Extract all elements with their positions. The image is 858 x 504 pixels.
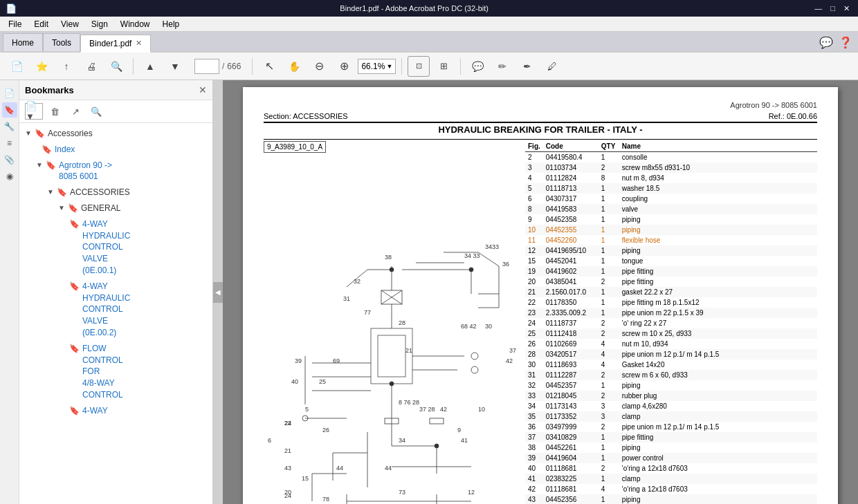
help-icon[interactable]: ❓ xyxy=(839,36,852,49)
bm-toggle-accessories[interactable]: ▼ xyxy=(25,129,32,137)
part-code: 01118693 xyxy=(543,360,599,370)
menu-view[interactable]: View xyxy=(55,18,84,30)
pages-panel-button[interactable]: 📄 xyxy=(2,86,17,101)
part-fig: 21 xyxy=(525,287,543,297)
part-fig: 37 xyxy=(525,432,543,442)
bm-4way-2[interactable]: 🔖 4-WAYHYDRAULICCONTROLVALVE(0E.00.2) xyxy=(19,279,212,341)
pdf-viewer[interactable]: Agrotron 90 -> 8085 6001 Section: ACCESS… xyxy=(223,80,858,504)
tab-tools-label: Tools xyxy=(52,38,71,48)
zoom-value: 66.1% xyxy=(361,62,385,71)
bm-accessories[interactable]: ▼ 🔖 Accessories xyxy=(19,126,212,142)
prev-page-button[interactable]: ▲ xyxy=(139,56,161,77)
menu-edit[interactable]: Edit xyxy=(28,18,54,30)
part-qty: 4 xyxy=(599,349,619,360)
part-name: screw m 10 x 25, d933 xyxy=(619,328,817,339)
part-fig: 2 xyxy=(525,152,543,163)
svg-point-26 xyxy=(390,382,394,386)
select-tool-button[interactable]: ↖ xyxy=(258,56,280,77)
page-number-input[interactable]: 73 xyxy=(194,59,219,74)
part-fig: 41 xyxy=(525,474,543,484)
bm-flow-control[interactable]: 🔖 FLOWCONTROLFOR4/8-WAYCONTROL xyxy=(19,341,212,403)
bookmarks-panel-button[interactable]: 🔖 xyxy=(2,102,17,118)
part-fig: 34 xyxy=(525,401,543,411)
zoom-out-button[interactable]: ⊖ xyxy=(308,56,330,77)
part-name: clamp xyxy=(619,474,817,484)
bm-accessories-sub[interactable]: ▼ 🔖 ACCESSORIES xyxy=(19,185,212,200)
tab-home[interactable]: Home xyxy=(3,33,43,51)
part-code: 04452260 xyxy=(543,235,599,245)
table-row: 4 01112824 8 nut m 8, d934 xyxy=(525,173,817,183)
zoom-in-button[interactable]: ⊕ xyxy=(333,56,355,77)
table-row: 32 04452357 1 piping xyxy=(525,380,817,391)
table-row: 37 03410829 1 pipe fitting xyxy=(525,432,817,442)
part-code: 01103734 xyxy=(543,162,599,173)
part-code: 03497999 xyxy=(543,422,599,432)
part-code: 01173352 xyxy=(543,411,599,422)
highlight-button[interactable]: ✏ xyxy=(491,56,513,77)
comment-button[interactable]: 💬 xyxy=(466,56,489,77)
tab-close-button[interactable]: ✕ xyxy=(136,39,142,48)
section-title: HYDRAULIC BREAKING FOR TRAILER - ITALY - xyxy=(264,124,817,135)
open-button[interactable]: ↑ xyxy=(55,56,77,77)
bm-index[interactable]: 🔖 Index xyxy=(19,142,212,158)
zoom-box[interactable]: 66.1% ▼ xyxy=(358,59,396,74)
part-name: rubber plug xyxy=(619,391,817,401)
sidebar-collapse-button[interactable]: ◀ xyxy=(213,282,223,303)
menu-window[interactable]: Window xyxy=(115,18,156,30)
fit-page-button[interactable]: ⊡ xyxy=(408,56,430,77)
sidebar-delete-button[interactable]: 🗑 xyxy=(46,103,64,120)
bm-icon-4way-partial: 🔖 xyxy=(69,406,80,416)
diagram-id-text: 9_A3989_10_0_A xyxy=(267,143,322,151)
table-row: 15 04452041 1 tongue xyxy=(525,256,817,266)
bm-toggle-accessories-sub[interactable]: ▼ xyxy=(47,188,54,196)
sidebar-shrink-button[interactable]: 🔍 xyxy=(87,103,105,120)
bm-general[interactable]: ▼ 🔖 GENERAL xyxy=(19,200,212,216)
sidebar-new-button[interactable]: 📄▼ xyxy=(25,103,43,120)
tools-panel-button[interactable]: 🔧 xyxy=(2,119,17,134)
next-page-button[interactable]: ▼ xyxy=(164,56,186,77)
table-row: 20 04385041 2 pipe fitting xyxy=(525,277,817,287)
layers-panel-button[interactable]: ≡ xyxy=(2,136,17,151)
bookmark-button[interactable]: ⭐ xyxy=(30,56,53,77)
tab-binder[interactable]: Binder1.pdf ✕ xyxy=(80,35,151,53)
svg-text:15: 15 xyxy=(302,475,309,482)
bm-icon-4way-2: 🔖 xyxy=(69,281,80,291)
bm-label-agrotron: Agrotron 90 ->8085 6001 xyxy=(59,160,112,183)
hand-tool-button[interactable]: ✋ xyxy=(283,56,305,77)
part-fig: 19 xyxy=(525,266,543,277)
menu-sign[interactable]: Sign xyxy=(86,18,113,30)
sidebar-expand-button[interactable]: ↗ xyxy=(66,103,84,120)
tab-tools[interactable]: Tools xyxy=(43,33,80,51)
bm-4way-1[interactable]: 🔖 4-WAYHYDRAULICCONTROLVALVE(0E.00.1) xyxy=(19,216,212,279)
bm-toggle-agrotron[interactable]: ▼ xyxy=(36,161,43,169)
draw-button[interactable]: ✒ xyxy=(516,56,538,77)
table-row: 12 04419695/10 1 piping xyxy=(525,245,817,256)
minimize-button[interactable]: — xyxy=(812,4,825,13)
part-name: piping xyxy=(619,494,817,504)
menu-file[interactable]: File xyxy=(3,18,27,30)
bm-label-flow-control: FLOWCONTROLFOR4/8-WAYCONTROL xyxy=(82,343,123,401)
tabbar: Home Tools Binder1.pdf ✕ 💬 ❓ xyxy=(0,32,858,53)
part-fig: 39 xyxy=(525,453,543,463)
destinations-panel-button[interactable]: ◉ xyxy=(2,169,17,184)
close-button[interactable]: ✕ xyxy=(841,4,852,13)
sidebar-content[interactable]: ▼ 🔖 Accessories 🔖 Index ▼ 🔖 Agrotron 90 … xyxy=(19,123,212,504)
attachments-panel-button[interactable]: 📎 xyxy=(2,152,17,167)
new-file-button[interactable]: 📄 xyxy=(6,56,28,77)
marquee-zoom-button[interactable]: ⊞ xyxy=(432,56,455,77)
maximize-button[interactable]: □ xyxy=(828,4,838,13)
bm-agrotron[interactable]: ▼ 🔖 Agrotron 90 ->8085 6001 xyxy=(19,158,212,185)
chat-icon[interactable]: 💬 xyxy=(819,36,833,49)
table-row: 36 03497999 2 pipe union m 12 p.1/ m 14 … xyxy=(525,422,817,432)
search-button[interactable]: 🔍 xyxy=(105,56,127,77)
bm-4way-partial[interactable]: 🔖 4-WAY xyxy=(19,403,212,419)
sidebar-close-button[interactable]: ✕ xyxy=(199,84,207,95)
table-row: 39 04419604 1 power control xyxy=(525,453,817,463)
bm-toggle-general[interactable]: ▼ xyxy=(58,204,65,212)
stamp-button[interactable]: 🖊 xyxy=(541,56,563,77)
menu-help[interactable]: Help xyxy=(157,18,185,30)
print-button[interactable]: 🖨 xyxy=(80,56,102,77)
col-header-qty: QTY xyxy=(599,141,619,152)
part-code: 01102669 xyxy=(543,339,599,349)
zoom-dropdown-icon[interactable]: ▼ xyxy=(386,63,392,70)
